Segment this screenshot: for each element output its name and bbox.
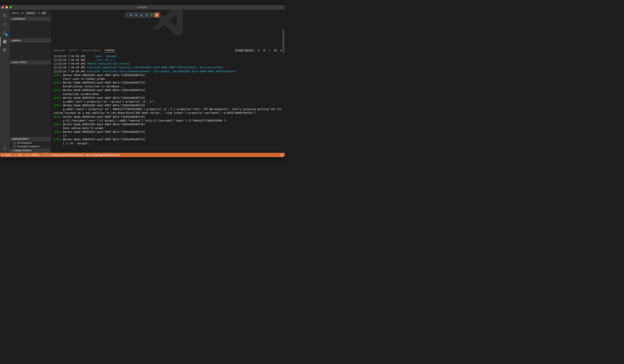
variables-header[interactable]: ◢ VARIABLES: [9, 17, 51, 21]
feedback-smiley-icon[interactable]: [280, 154, 283, 156]
explorer-icon[interactable]: [0, 11, 9, 20]
scrollbar-thumb[interactable]: [282, 30, 284, 53]
step-over-button[interactable]: [134, 13, 139, 17]
debug-config-dropdown[interactable]: Debug ▾: [26, 11, 36, 15]
breakpoint-label: All Exceptions: [17, 142, 32, 144]
svg-point-28: [3, 154, 3, 155]
debug-sidebar: DEBUG Debug ▾ ◢ VARI: [9, 10, 51, 153]
breakpoints-header[interactable]: ◢ BREAKPOINTS: [9, 137, 51, 141]
callstack-header[interactable]: ◢ CALL STACK: [9, 60, 51, 64]
svg-rect-6: [3, 49, 4, 50]
azure-account-status[interactable]: Azure: bradymgaster@hotmail.com: [86, 154, 120, 156]
editor-background: [51, 10, 285, 47]
new-terminal-button[interactable]: [258, 49, 260, 52]
breakpoint-checkbox[interactable]: [13, 145, 16, 148]
debug-header-label: DEBUG: [11, 12, 20, 14]
debug-console-toggle-icon[interactable]: [42, 12, 45, 14]
notification-dot-icon: [45, 11, 46, 13]
building-label: Building...: [31, 154, 41, 156]
sync-status[interactable]: [14, 154, 17, 156]
warnings-count: 0: [28, 154, 29, 156]
titlebar: functions: [0, 5, 285, 10]
window-controls: [1, 6, 12, 8]
debug-settings-gear-icon[interactable]: [38, 12, 41, 14]
extensions-icon[interactable]: [0, 46, 9, 55]
start-debug-button[interactable]: [21, 12, 24, 14]
watch-label: WATCH: [13, 40, 21, 42]
svg-rect-7: [5, 49, 6, 50]
breakpoint-item: All Exceptions: [9, 141, 51, 145]
chevron-down-icon: ▾: [253, 49, 253, 51]
chevron-down-icon: ◢: [11, 138, 13, 140]
breakpoints-section: ◢ BREAKPOINTS All Exceptions Uncaught Ex…: [9, 137, 51, 148]
close-window-button[interactable]: [1, 6, 4, 8]
errors-status[interactable]: 0: [19, 154, 23, 156]
debug-icon[interactable]: [0, 37, 9, 46]
statusbar: master* 0 0 Building... 1 Debug Local Fu…: [0, 153, 285, 157]
breakpoint-checkbox[interactable]: [13, 142, 16, 144]
terminal-scrollbar[interactable]: [282, 16, 284, 152]
svg-point-24: [146, 16, 147, 16]
svg-rect-8: [3, 50, 4, 52]
svg-point-1: [4, 31, 5, 32]
errors-count: 0: [22, 154, 23, 156]
loaded-scripts-header[interactable]: ▸ LOADED SCRIPTS: [9, 148, 51, 153]
forks-count: 1: [46, 154, 47, 156]
kill-terminal-button[interactable]: [263, 49, 266, 52]
settings-gear-icon[interactable]: [0, 144, 9, 153]
search-icon[interactable]: [0, 20, 9, 29]
svg-point-2: [3, 34, 4, 35]
warnings-status[interactable]: 0: [25, 154, 29, 156]
panel-tabs: PROBLEMS OUTPUT DEBUG CONSOLE TERMINAL 1…: [51, 47, 285, 53]
chevron-right-icon: ▸: [11, 150, 12, 152]
activity-bar: 6: [0, 10, 9, 153]
building-status[interactable]: Building...: [31, 154, 41, 156]
svg-point-10: [39, 13, 40, 13]
tab-debug-console[interactable]: DEBUG CONSOLE: [82, 49, 100, 52]
chevron-down-icon: ◢: [11, 40, 13, 42]
terminal-output[interactable]: [2/22/18 7:34:30 AM] user: 'quiqu3',[2/2…: [51, 53, 285, 153]
forks-status[interactable]: 1: [43, 154, 47, 156]
tab-problems[interactable]: PROBLEMS: [53, 49, 65, 52]
branch-name: master*: [5, 154, 12, 156]
stop-button[interactable]: [155, 13, 159, 17]
maximize-window-button[interactable]: [9, 6, 12, 8]
svg-point-9: [4, 148, 5, 149]
watch-section: ◢ WATCH: [9, 38, 51, 60]
svg-point-30: [281, 154, 283, 156]
svg-rect-20: [130, 14, 131, 16]
breakpoint-label: Uncaught Exceptions: [17, 145, 39, 148]
variables-label: VARIABLES: [13, 18, 25, 20]
step-into-button[interactable]: [139, 13, 144, 17]
svg-point-16: [126, 16, 127, 16]
restart-button[interactable]: [149, 13, 154, 17]
close-panel-button[interactable]: [280, 49, 282, 52]
watch-header[interactable]: ◢ WATCH: [9, 38, 51, 43]
tab-output[interactable]: OUTPUT: [69, 49, 78, 52]
minimize-window-button[interactable]: [5, 6, 8, 8]
main-area: PROBLEMS OUTPUT DEBUG CONSOLE TERMINAL 1…: [51, 10, 285, 153]
debug-target-status[interactable]: Debug Local Function (functions): [49, 154, 84, 156]
svg-point-23: [141, 16, 142, 16]
chevron-down-icon: ◢: [11, 18, 13, 20]
drag-handle-icon[interactable]: [126, 13, 128, 17]
variables-section: ◢ VARIABLES: [9, 16, 51, 38]
svg-point-14: [126, 14, 127, 14]
split-terminal-button[interactable]: [274, 49, 277, 52]
azure-account-label: Azure: bradymgaster@hotmail.com: [86, 154, 120, 156]
body-area: 6 DEBUG Debug ▾: [0, 10, 285, 153]
step-out-button[interactable]: [144, 13, 149, 17]
source-control-icon[interactable]: 6: [0, 29, 9, 37]
debug-config-selected: Debug: [27, 12, 33, 14]
git-branch-status[interactable]: master*: [1, 154, 12, 156]
callstack-section: ◢ CALL STACK: [9, 60, 51, 137]
pause-button[interactable]: [129, 13, 133, 17]
svg-point-22: [136, 15, 137, 16]
terminal-select-dropdown[interactable]: 1: Task - func-hc ▾: [234, 49, 255, 52]
app-window: functions 6: [0, 5, 285, 157]
tab-terminal[interactable]: TERMINAL: [104, 49, 115, 52]
panel-up-icon[interactable]: [268, 49, 271, 52]
bottom-panel: PROBLEMS OUTPUT DEBUG CONSOLE TERMINAL 1…: [51, 47, 285, 153]
svg-rect-21: [131, 14, 132, 16]
debug-header: DEBUG Debug ▾: [9, 10, 51, 16]
